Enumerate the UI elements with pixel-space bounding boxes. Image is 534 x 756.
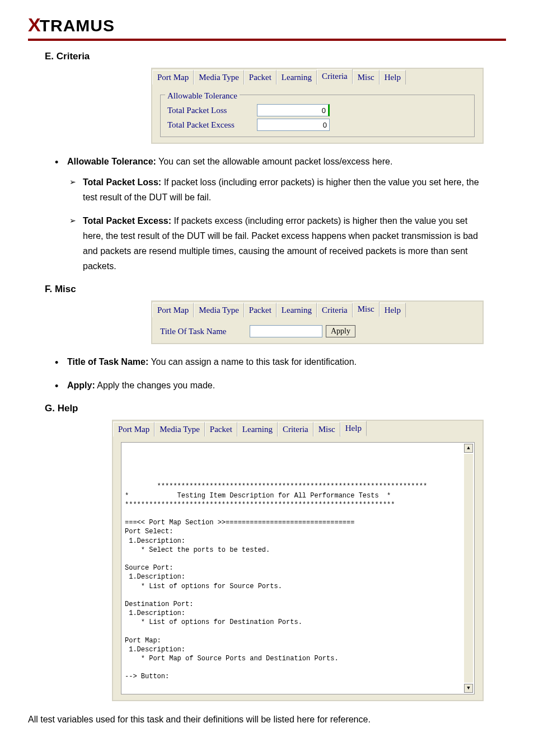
criteria-bullet-main: Allowable Tolerance: You can set the all… <box>67 154 489 274</box>
tab-packet[interactable]: Packet <box>244 70 277 84</box>
scroll-track[interactable] <box>464 454 473 683</box>
title-task-bold: Title of Task Name: <box>67 357 148 367</box>
logo-text: TRAMUS <box>40 16 115 35</box>
section-e-heading: E. Criteria <box>45 51 506 62</box>
tab-strip-misc: Port Map Media Type Packet Learning Crit… <box>151 300 484 317</box>
scroll-up-icon[interactable]: ▲ <box>464 444 473 453</box>
apply-text: Apply the changes you made. <box>95 381 215 390</box>
tab-help-3[interactable]: Help <box>340 421 367 436</box>
tab-learning-3[interactable]: Learning <box>237 422 278 436</box>
tab-criteria-3[interactable]: Criteria <box>278 422 313 436</box>
criteria-tab-body: Allowable Tolerance Total Packet Loss To… <box>151 84 484 144</box>
tab-learning-2[interactable]: Learning <box>277 303 317 317</box>
packet-loss-bold: Total Packet Loss: <box>83 177 161 187</box>
total-packet-excess-input[interactable] <box>257 119 330 131</box>
tab-misc-3[interactable]: Misc <box>313 422 340 436</box>
tab-portmap-2[interactable]: Port Map <box>152 303 194 317</box>
tab-help[interactable]: Help <box>380 70 406 84</box>
allowable-tolerance-group: Allowable Tolerance Total Packet Loss To… <box>160 95 475 137</box>
allowable-tolerance-legend: Allowable Tolerance <box>165 91 240 101</box>
tab-misc[interactable]: Misc <box>353 70 380 84</box>
allowable-tolerance-text: You can set the allowable amount packet … <box>156 157 392 166</box>
misc-bullets: Title of Task Name: You can assign a nam… <box>67 354 489 392</box>
criteria-panel: Port Map Media Type Packet Learning Crit… <box>151 68 484 144</box>
after-help-text: All test variables used for this task an… <box>28 712 506 727</box>
help-tab-body: ▲ ▼ ************************************… <box>112 436 484 701</box>
help-text-content: ****************************************… <box>125 482 427 680</box>
logo-letter-x: X <box>28 14 40 36</box>
packet-excess-bold: Total Packet Excess: <box>83 216 171 226</box>
apply-bold: Apply: <box>67 381 95 390</box>
total-packet-loss-label: Total Packet Loss <box>167 106 257 115</box>
help-panel: Port Map Media Type Packet Learning Crit… <box>112 420 484 701</box>
tab-mediatype-3[interactable]: Media Type <box>154 422 205 436</box>
misc-bullet-title: Title of Task Name: You can assign a nam… <box>67 354 489 369</box>
criteria-bullets: Allowable Tolerance: You can set the all… <box>67 154 489 274</box>
logo: X TRAMUS <box>28 0 506 36</box>
tab-misc-2[interactable]: Misc <box>353 302 380 317</box>
section-f-heading: F. Misc <box>45 284 506 295</box>
help-text-area[interactable]: ▲ ▼ ************************************… <box>121 442 475 694</box>
tab-learning[interactable]: Learning <box>277 70 317 84</box>
tab-portmap-3[interactable]: Port Map <box>113 422 154 436</box>
title-task-text: You can assign a name to this task for i… <box>148 357 357 367</box>
tab-packet-3[interactable]: Packet <box>205 422 237 436</box>
tab-help-2[interactable]: Help <box>380 303 406 317</box>
tab-strip-help: Port Map Media Type Packet Learning Crit… <box>112 420 484 436</box>
sub-bullet-packet-loss: Total Packet Loss: If packet loss (inclu… <box>83 175 489 205</box>
header-divider <box>28 39 506 41</box>
tab-packet-2[interactable]: Packet <box>244 303 277 317</box>
total-packet-excess-label: Total Packet Excess <box>167 120 257 130</box>
scroll-down-icon[interactable]: ▼ <box>464 684 473 693</box>
sub-bullet-packet-excess: Total Packet Excess: If packets excess (… <box>83 213 489 274</box>
tab-mediatype[interactable]: Media Type <box>194 70 244 84</box>
misc-bullet-apply: Apply: Apply the changes you made. <box>67 378 489 393</box>
misc-tab-body: Title Of Task Name Apply <box>151 317 484 344</box>
task-name-input[interactable] <box>250 325 322 337</box>
tab-strip-criteria: Port Map Media Type Packet Learning Crit… <box>151 68 484 84</box>
apply-button[interactable]: Apply <box>326 325 355 337</box>
misc-panel: Port Map Media Type Packet Learning Crit… <box>151 300 484 344</box>
total-packet-loss-input[interactable] <box>257 104 330 116</box>
allowable-tolerance-bold: Allowable Tolerance: <box>67 157 156 166</box>
tab-portmap[interactable]: Port Map <box>152 70 194 84</box>
section-g-heading: G. Help <box>45 403 506 414</box>
tab-mediatype-2[interactable]: Media Type <box>194 303 244 317</box>
tab-criteria[interactable]: Criteria <box>317 69 353 84</box>
tab-criteria-2[interactable]: Criteria <box>317 303 353 317</box>
task-name-label: Title Of Task Name <box>160 327 250 336</box>
